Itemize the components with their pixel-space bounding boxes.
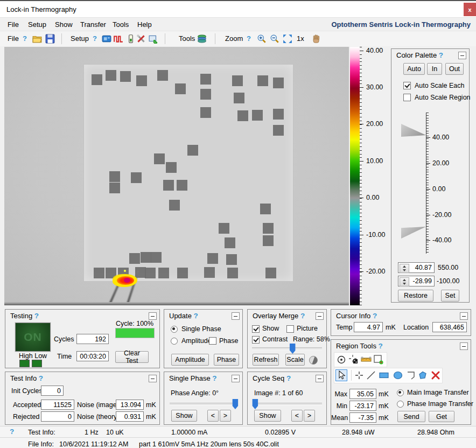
time-field[interactable]: 00:03:20 — [76, 351, 109, 361]
zoom-fit-icon[interactable] — [283, 34, 292, 44]
lower-limit-spinner[interactable]: -28.99 — [398, 276, 435, 286]
help-icon[interactable]: ? — [212, 374, 216, 382]
upper-limit-handle[interactable] — [401, 124, 426, 137]
zoom-out-icon[interactable] — [270, 34, 279, 44]
test-on-button[interactable]: ON — [15, 323, 51, 352]
help-icon[interactable]: ? — [39, 374, 43, 382]
picture-checkbox[interactable] — [286, 325, 294, 333]
setup-help-icon[interactable]: ? — [93, 34, 97, 43]
point-icon[interactable] — [354, 370, 365, 381]
amplitude-button[interactable]: Amplitude — [171, 354, 209, 366]
help-icon[interactable]: ? — [373, 312, 377, 320]
phase-slider-thumb[interactable] — [232, 399, 238, 409]
pixel-region-icon[interactable] — [348, 354, 359, 365]
help-icon[interactable]: ? — [300, 312, 305, 320]
polyline-icon[interactable] — [405, 370, 416, 381]
menu-file[interactable]: File — [8, 20, 19, 29]
contrast-sphere-icon[interactable] — [309, 356, 318, 365]
thermal-image-canvas[interactable] — [4, 47, 349, 305]
cycle-prev-button[interactable]: < — [291, 410, 303, 422]
line-icon[interactable] — [366, 370, 376, 381]
upper-limit-spinner[interactable]: 40.87 — [398, 262, 435, 273]
phase-next-button[interactable]: > — [220, 410, 231, 422]
cycle-slider-thumb[interactable] — [252, 399, 258, 409]
zoom-help-icon[interactable]: ? — [247, 34, 251, 43]
minimize-button[interactable] — [149, 375, 157, 382]
pan-hand-icon[interactable] — [311, 34, 321, 44]
ellipse-icon[interactable] — [393, 370, 403, 381]
help-icon[interactable]: ? — [439, 51, 443, 59]
pointer-icon[interactable] — [335, 369, 347, 381]
minimize-button[interactable] — [460, 312, 468, 320]
spin-buttons[interactable] — [400, 264, 409, 273]
minimize-button[interactable] — [316, 312, 324, 320]
refresh-button[interactable]: Refresh — [253, 354, 279, 366]
auto-scale-each-checkbox[interactable] — [403, 82, 411, 89]
help-icon[interactable]: ? — [34, 312, 39, 320]
menu-show[interactable]: Show — [55, 20, 73, 29]
transfer-window-icon[interactable] — [149, 34, 158, 44]
tools-icon[interactable] — [136, 34, 146, 44]
phase-checkbox[interactable] — [209, 337, 216, 345]
show-checkbox[interactable] — [252, 325, 260, 333]
upper-limit-value[interactable]: 40.87 — [415, 264, 432, 271]
contrast-checkbox[interactable] — [252, 336, 260, 344]
minimize-button[interactable] — [316, 375, 324, 382]
menu-tools[interactable]: Tools — [113, 20, 129, 29]
out-button[interactable]: Out — [445, 63, 464, 75]
cycle-next-button[interactable]: > — [304, 410, 315, 422]
zoom-region-icon[interactable] — [373, 354, 384, 365]
help-icon[interactable]: ? — [194, 312, 198, 320]
lower-limit-value[interactable]: -28.99 — [413, 277, 432, 285]
close-button[interactable]: x — [464, 3, 476, 16]
phase-prev-button[interactable]: < — [207, 410, 219, 422]
phase-slider-track[interactable] — [170, 403, 238, 405]
clear-test-button[interactable]: Clear Test — [115, 351, 149, 363]
init-cycles-field[interactable]: 0 — [41, 386, 64, 396]
cycles-field[interactable]: 192 — [76, 334, 109, 344]
minimize-button[interactable] — [232, 375, 240, 382]
menu-transfer[interactable]: Transfer — [80, 20, 106, 29]
auto-scale-region-checkbox[interactable] — [403, 94, 411, 101]
get-button[interactable]: Get — [429, 411, 454, 422]
ruler-icon[interactable] — [361, 354, 372, 365]
cycle-slider-track[interactable] — [253, 403, 322, 405]
minimize-button[interactable] — [149, 312, 157, 320]
restore-button[interactable]: Restore — [398, 290, 433, 302]
help-icon[interactable]: ? — [286, 374, 291, 382]
minimize-button[interactable] — [458, 52, 466, 59]
camera-setup-icon[interactable] — [102, 34, 111, 44]
polygon-icon[interactable] — [417, 370, 428, 381]
phase-button[interactable]: Phase — [214, 354, 239, 366]
open-file-icon[interactable] — [32, 34, 42, 44]
range-slider-track[interactable] — [252, 347, 322, 350]
single-phase-radio[interactable] — [171, 326, 178, 333]
phase-image-transfer-radio[interactable] — [397, 401, 404, 408]
amplitude-radio[interactable] — [171, 338, 178, 345]
target-icon[interactable] — [336, 354, 347, 365]
cycle-show-button[interactable]: Show — [254, 410, 281, 422]
send-button[interactable]: Send — [397, 411, 425, 422]
set-button[interactable]: Set — [441, 290, 459, 302]
zoom-in-icon[interactable] — [257, 34, 267, 44]
auto-button[interactable]: Auto — [403, 63, 425, 75]
minimize-button[interactable] — [460, 342, 468, 350]
file-help-icon[interactable]: ? — [23, 34, 27, 43]
layers-icon[interactable] — [197, 34, 207, 44]
in-button[interactable]: In — [427, 63, 442, 75]
menu-help[interactable]: Help — [137, 20, 152, 29]
waveform-icon[interactable] — [114, 34, 123, 44]
menu-setup[interactable]: Setup — [28, 20, 46, 29]
help-icon[interactable]: ? — [379, 342, 383, 350]
sensor-icon[interactable] — [126, 34, 136, 44]
spin-buttons[interactable] — [400, 277, 409, 286]
rectangle-icon[interactable] — [379, 370, 389, 381]
save-file-icon[interactable] — [45, 34, 55, 44]
range-slider-thumb[interactable] — [290, 344, 296, 354]
phase-show-button[interactable]: Show — [171, 410, 197, 422]
status-help-icon[interactable]: ? — [10, 428, 14, 436]
main-image-transfer-radio[interactable] — [397, 389, 404, 396]
delete-icon[interactable] — [430, 370, 441, 381]
scale-button[interactable]: Scale — [285, 354, 305, 366]
lower-limit-handle[interactable] — [401, 227, 426, 239]
